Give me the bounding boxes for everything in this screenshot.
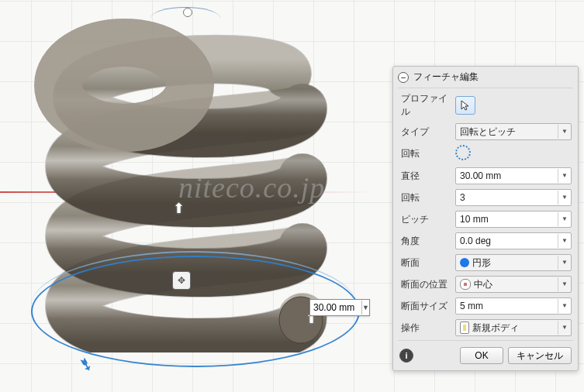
pitch-input[interactable]: 10 mm ▼ [455, 211, 572, 228]
panel-title: フィーチャ編集 [413, 70, 479, 84]
chevron-down-icon: ▼ [558, 169, 571, 183]
revolutions-value: 3 [456, 192, 558, 203]
new-body-icon [460, 322, 469, 334]
top-handle-dot[interactable] [183, 8, 192, 17]
section-value: 円形 [472, 257, 491, 268]
chevron-down-icon: ▼ [558, 125, 571, 139]
diameter-input[interactable]: 30.00 mm ▼ [455, 167, 572, 184]
inline-dimension-field[interactable] [310, 301, 361, 314]
center-icon [460, 279, 471, 290]
cancel-button[interactable]: キャンセル [508, 347, 572, 364]
rotation-dir-label: 回転 [401, 147, 451, 160]
chevron-down-icon: ▼ [558, 234, 571, 248]
section-position-dropdown[interactable]: 中心 ▼ [455, 276, 572, 293]
type-label: タイプ [401, 126, 451, 139]
chevron-down-icon: ▼ [558, 299, 571, 313]
viewport-canvas[interactable]: ⬆ ⬆ ➴ ✥ niteco.co.jp ▼ – フィーチャ編集 プロファイル … [0, 0, 584, 392]
circle-icon [460, 258, 469, 267]
chevron-down-icon: ▼ [558, 212, 571, 226]
angle-value: 0.0 deg [456, 236, 558, 246]
collapse-toggle-icon[interactable]: – [398, 72, 409, 83]
diameter-label: 直径 [401, 170, 451, 183]
rotation-direction-button[interactable] [455, 145, 572, 163]
rotate-icon [455, 145, 471, 160]
arrow-up-icon[interactable]: ⬆ [173, 200, 185, 217]
chevron-down-icon: ▼ [558, 277, 571, 291]
pitch-value: 10 mm [456, 214, 558, 225]
section-position-label: 断面の位置 [401, 278, 451, 291]
profile-label: プロファイル [401, 92, 451, 119]
chevron-down-icon: ▼ [558, 191, 571, 205]
chevron-down-icon[interactable]: ▼ [361, 301, 369, 315]
section-size-input[interactable]: 5 mm ▼ [455, 297, 572, 315]
type-value: 回転とピッチ [456, 126, 558, 139]
section-size-value: 5 mm [456, 301, 558, 311]
angle-label: 角度 [401, 235, 451, 248]
revolutions-label: 回転 [401, 191, 451, 205]
section-dropdown[interactable]: 円形 ▼ [455, 254, 572, 271]
operation-value: 新規ボディ [472, 322, 519, 333]
feature-edit-panel: – フィーチャ編集 プロファイル タイプ 回転とピッチ ▼ 回転 直径 30.0… [392, 66, 579, 371]
operation-label: 操作 [401, 322, 451, 335]
info-icon[interactable]: i [399, 349, 413, 363]
operation-dropdown[interactable]: 新規ボディ ▼ [455, 319, 572, 336]
inline-dimension-input[interactable]: ▼ [309, 299, 370, 316]
section-position-value: 中心 [474, 279, 492, 290]
angle-input[interactable]: 0.0 deg ▼ [455, 232, 572, 249]
rotation-arrow-icon[interactable]: ➴ [77, 353, 95, 377]
section-size-label: 断面サイズ [401, 300, 451, 313]
chevron-down-icon: ▼ [558, 321, 571, 335]
diameter-value: 30.00 mm [456, 170, 558, 181]
ok-button[interactable]: OK [460, 347, 503, 364]
chevron-down-icon: ▼ [558, 256, 571, 270]
revolutions-input[interactable]: 3 ▼ [455, 189, 572, 206]
section-label: 断面 [401, 256, 451, 270]
cursor-icon [460, 100, 471, 111]
type-dropdown[interactable]: 回転とピッチ ▼ [455, 123, 572, 140]
center-manipulator-handle[interactable]: ✥ [172, 271, 191, 290]
pitch-label: ピッチ [401, 213, 451, 226]
diameter-ring-gizmo-back [31, 251, 357, 361]
profile-select-button[interactable] [455, 96, 475, 115]
